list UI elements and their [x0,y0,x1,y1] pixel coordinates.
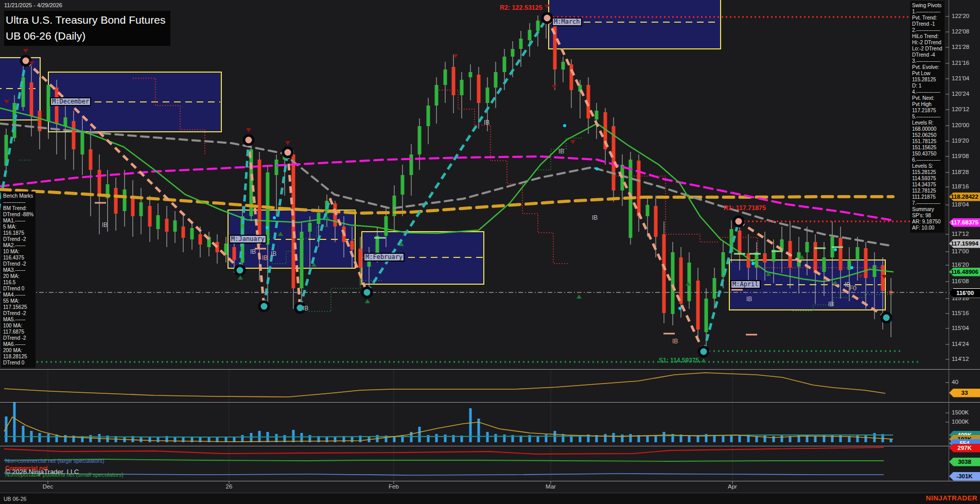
instrument-label: UB 06-26 [4,496,26,502]
chart-canvas[interactable] [0,0,980,504]
ninjatrader-logo: NINJATRADER [926,494,977,502]
cot-panel-layer [4,447,884,475]
volume-panel-layer [4,402,893,442]
ninjatrader-chart-window: 11/21/2025 - 4/29/2026 Ultra U.S. Treasu… [0,0,980,504]
grid-layer [48,370,732,480]
indicator-panel-layer [4,373,885,397]
status-bar: UB 06-26 NINJATRADER [0,493,980,504]
